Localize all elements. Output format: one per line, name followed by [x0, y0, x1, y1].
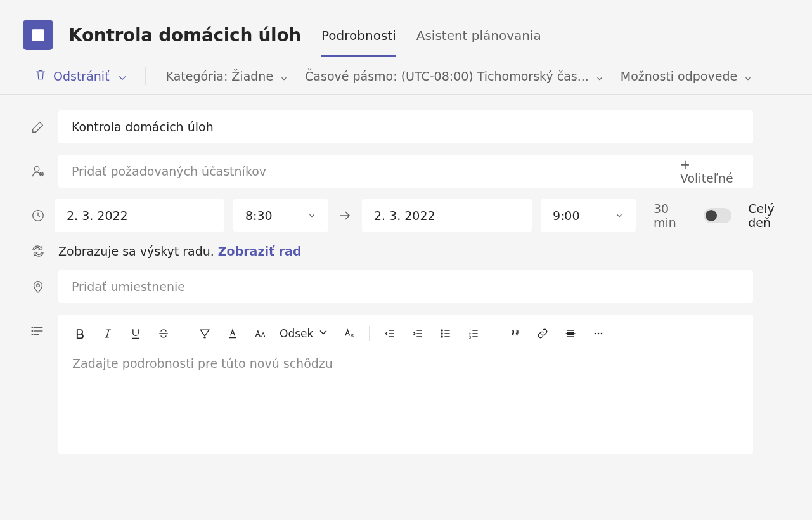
- description-icon: [30, 323, 46, 339]
- all-day-toggle[interactable]: [704, 208, 731, 223]
- svg-point-9: [442, 330, 443, 331]
- increase-indent-button[interactable]: [405, 321, 430, 346]
- arrow-right-icon: [337, 208, 353, 223]
- strikethrough-button[interactable]: [151, 321, 176, 346]
- bold-button[interactable]: [67, 321, 93, 346]
- quote-button[interactable]: [502, 321, 527, 346]
- tab-bar: Podrobnosti Asistent plánovania: [321, 13, 541, 57]
- description-row: Odsek 123 Zadajte podrobnosti pre túto n…: [30, 315, 789, 454]
- bullet-list-button[interactable]: [433, 321, 458, 346]
- location-row: [30, 270, 789, 303]
- svg-rect-3: [37, 35, 39, 37]
- chevron-down-icon: [744, 72, 752, 81]
- header: Kontrola domácich úloh Podrobnosti Asist…: [0, 0, 812, 57]
- attendees-field[interactable]: + Voliteľné: [58, 155, 753, 188]
- response-options-label: Možnosti odpovede: [621, 69, 737, 83]
- start-date-field[interactable]: 2. 3. 2022: [55, 199, 224, 232]
- attendees-input[interactable]: [70, 164, 680, 179]
- paragraph-label: Odsek: [280, 327, 313, 340]
- show-series-link[interactable]: Zobraziť rad: [218, 244, 302, 258]
- end-time-value: 9:00: [553, 209, 580, 223]
- separator: [184, 326, 184, 341]
- svg-rect-2: [34, 35, 36, 37]
- datetime-row: 2. 3. 2022 8:30 2. 3. 2022 9:00 30 min C…: [30, 199, 789, 232]
- tab-details[interactable]: Podrobnosti: [321, 29, 396, 57]
- tab-scheduling-assistant[interactable]: Asistent plánovania: [416, 29, 541, 57]
- svg-point-11: [442, 336, 443, 337]
- repeat-icon: [30, 244, 46, 259]
- end-date-field[interactable]: 2. 3. 2022: [362, 199, 532, 232]
- link-button[interactable]: [530, 321, 555, 346]
- svg-point-5: [35, 167, 39, 171]
- clock-icon: [30, 208, 46, 223]
- svg-rect-1: [32, 29, 44, 32]
- start-time-field[interactable]: 8:30: [233, 199, 328, 232]
- font-size-button[interactable]: [248, 321, 273, 346]
- option-bar: Odstrániť Kategória: Žiadne Časové pásmo…: [0, 57, 812, 95]
- separator: [145, 67, 146, 85]
- start-time-value: 8:30: [245, 209, 273, 223]
- meeting-form: + Voliteľné 2. 3. 2022 8:30 2. 3. 2022 9…: [0, 95, 812, 454]
- person-add-icon: [30, 164, 46, 179]
- attendees-row: + Voliteľné: [30, 155, 789, 188]
- editor-toolbar: Odsek 123: [58, 315, 753, 353]
- duration-label: 30 min: [654, 202, 686, 230]
- font-color-button[interactable]: [220, 321, 245, 346]
- title-input[interactable]: [70, 119, 741, 134]
- more-options-button[interactable]: [586, 321, 611, 346]
- recurrence-text: Zobrazuje sa výskyt radu.: [58, 244, 214, 258]
- all-day-label: Celý deň: [748, 202, 789, 230]
- location-field[interactable]: [58, 270, 753, 303]
- svg-point-8: [37, 284, 40, 287]
- delete-button[interactable]: Odstrániť: [29, 65, 130, 88]
- page-title: Kontrola domácich úloh: [68, 25, 301, 46]
- category-dropdown[interactable]: Kategória: Žiadne: [161, 65, 294, 87]
- description-editor: Odsek 123 Zadajte podrobnosti pre túto n…: [58, 315, 753, 454]
- category-label: Kategória: Žiadne: [166, 69, 274, 83]
- pen-icon: [30, 119, 46, 134]
- delete-label: Odstrániť: [53, 69, 110, 83]
- separator: [494, 326, 494, 341]
- end-time-field[interactable]: 9:00: [541, 199, 636, 232]
- timezone-label: Časové pásmo: (UTC-08:00) Tichomorský ča…: [305, 69, 589, 83]
- svg-point-16: [598, 333, 600, 335]
- numbered-list-button[interactable]: 123: [461, 321, 486, 346]
- paragraph-dropdown[interactable]: Odsek: [276, 321, 333, 346]
- title-field[interactable]: [58, 110, 753, 143]
- start-date-value: 2. 3. 2022: [67, 209, 128, 223]
- svg-point-15: [595, 333, 596, 335]
- end-date-value: 2. 3. 2022: [374, 209, 435, 223]
- optional-attendees-link[interactable]: + Voliteľné: [680, 157, 741, 185]
- svg-text:3: 3: [469, 335, 472, 339]
- toggle-knob: [706, 210, 717, 221]
- svg-rect-4: [41, 35, 42, 37]
- response-options-dropdown[interactable]: Možnosti odpovede: [615, 65, 757, 87]
- title-row: [30, 110, 789, 143]
- clear-formatting-button[interactable]: [336, 321, 361, 346]
- calendar-icon: [23, 20, 53, 50]
- chevron-down-icon: [615, 209, 624, 223]
- decrease-indent-button[interactable]: [377, 321, 403, 346]
- recurrence-row: Zobrazuje sa výskyt radu. Zobraziť rad: [30, 244, 789, 259]
- chevron-down-icon: [317, 326, 330, 341]
- chevron-down-icon: [116, 72, 125, 81]
- underline-button[interactable]: [123, 321, 148, 346]
- separator: [369, 326, 370, 341]
- timezone-dropdown[interactable]: Časové pásmo: (UTC-08:00) Tichomorský ča…: [300, 65, 609, 87]
- description-input[interactable]: Zadajte podrobnosti pre túto novú schôdz…: [58, 353, 753, 441]
- svg-point-10: [442, 333, 443, 334]
- chevron-down-icon: [595, 72, 604, 81]
- hr-button[interactable]: [558, 321, 583, 346]
- italic-button[interactable]: [95, 321, 120, 346]
- trash-icon: [34, 68, 47, 84]
- highlight-button[interactable]: [192, 321, 217, 346]
- location-input[interactable]: [70, 279, 741, 294]
- chevron-down-icon: [307, 209, 316, 223]
- svg-point-17: [601, 333, 603, 335]
- chevron-down-icon: [280, 72, 288, 81]
- location-icon: [30, 279, 46, 294]
